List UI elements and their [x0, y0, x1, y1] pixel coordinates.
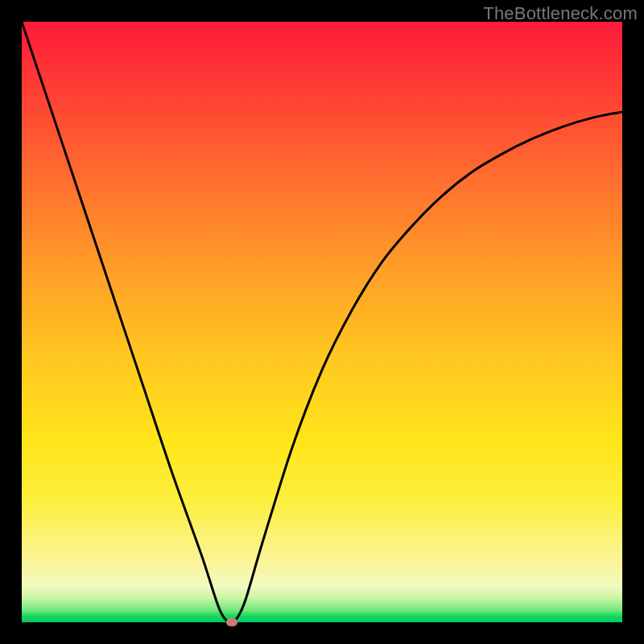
- watermark-label: TheBottleneck.com: [483, 3, 638, 24]
- optimum-marker: [226, 618, 237, 626]
- bottleneck-curve: [22, 22, 622, 622]
- chart-plot-area: [22, 22, 622, 622]
